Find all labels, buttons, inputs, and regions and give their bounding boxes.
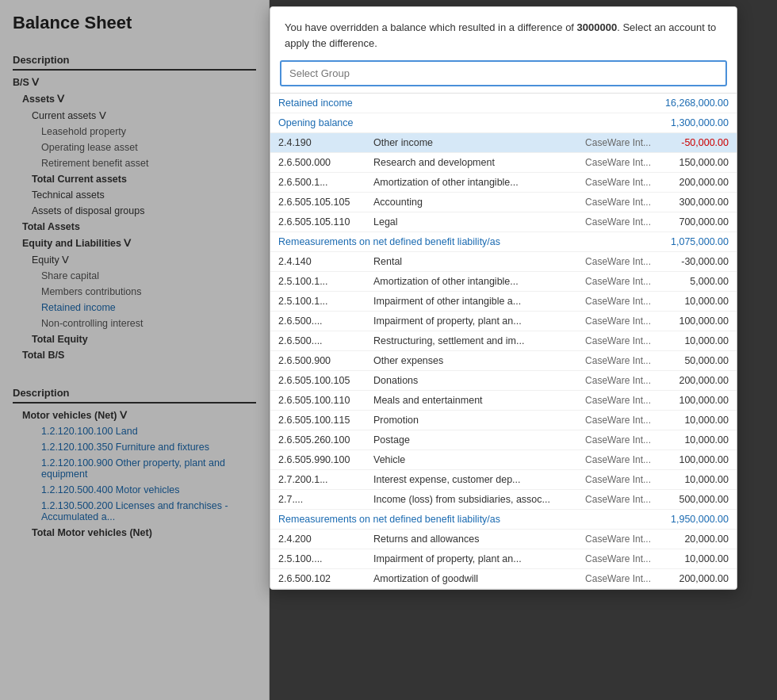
list-item-entity: CaseWare Int... <box>578 375 657 386</box>
list-item-amount: 10,000.00 <box>657 335 729 346</box>
list-item-code: 2.5.100.1... <box>278 276 373 287</box>
list-item-amount: 200,000.00 <box>657 573 729 584</box>
list-item-entity: CaseWare Int... <box>578 216 657 228</box>
list-item-code: 2.4.140 <box>278 256 373 267</box>
list-item-name: Research and development <box>373 157 578 168</box>
list-item-code: 2.4.190 <box>278 137 373 148</box>
list-item-name: Postage <box>373 434 578 446</box>
list-item[interactable]: 2.4.140RentalCaseWare Int...-30,000.00 <box>270 252 737 272</box>
list-item[interactable]: 2.6.505.100.105DonationsCaseWare Int...2… <box>270 371 737 391</box>
list-item[interactable]: 2.6.500.1...Amortization of other intang… <box>270 173 737 193</box>
list-item[interactable]: 2.6.505.105.110LegalCaseWare Int...700,0… <box>270 212 737 232</box>
list-item-entity: CaseWare Int... <box>578 256 657 267</box>
list-item[interactable]: 2.6.500....Impairment of property, plant… <box>270 312 737 331</box>
list-item-name: Donations <box>373 375 578 386</box>
account-list[interactable]: Retained income16,268,000.00Opening bala… <box>270 93 737 589</box>
list-item[interactable]: 2.6.505.100.115PromotionCaseWare Int...1… <box>270 411 737 430</box>
list-item-code: 2.6.505.105.105 <box>278 197 373 208</box>
list-item-amount: 150,000.00 <box>657 157 729 168</box>
list-item-entity: CaseWare Int... <box>578 276 657 287</box>
list-item[interactable]: Opening balance1,300,000.00 <box>270 113 737 133</box>
list-item[interactable]: Remeasurements on net defined benefit li… <box>270 232 737 252</box>
list-item-amount: 1,075,000.00 <box>657 236 729 247</box>
list-item[interactable]: 2.6.500.000Research and developmentCaseW… <box>270 153 737 173</box>
list-item-name: Income (loss) from subsidiaries, assoc..… <box>373 494 578 505</box>
list-item-amount: 10,000.00 <box>657 434 729 446</box>
list-item[interactable]: 2.6.505.105.105AccountingCaseWare Int...… <box>270 193 737 212</box>
list-item-code: 2.4.200 <box>278 534 373 545</box>
list-item-entity: CaseWare Int... <box>578 395 657 406</box>
list-item-entity: CaseWare Int... <box>578 316 657 327</box>
list-item[interactable]: 2.6.500....Restructuring, settlement and… <box>270 331 737 351</box>
list-item[interactable]: 2.7....Income (loss) from subsidiaries, … <box>270 490 737 510</box>
search-box-container[interactable] <box>270 60 737 93</box>
list-item-amount: 10,000.00 <box>657 553 729 564</box>
list-item-name: Remeasurements on net defined benefit li… <box>278 514 657 525</box>
list-item[interactable]: 2.5.100.1...Impairment of other intangib… <box>270 292 737 312</box>
search-input[interactable] <box>280 60 727 86</box>
list-item[interactable]: 2.4.190Other incomeCaseWare Int...-50,00… <box>270 133 737 153</box>
list-item-amount: 100,000.00 <box>657 395 729 406</box>
list-item-amount: 10,000.00 <box>657 296 729 307</box>
list-item[interactable]: Remeasurements on net defined benefit li… <box>270 510 737 530</box>
list-item-name: Vehicle <box>373 454 578 465</box>
list-item-code: 2.5.100.1... <box>278 296 373 307</box>
list-item-amount: 200,000.00 <box>657 375 729 386</box>
list-item[interactable]: 2.5.100....Impairment of property, plant… <box>270 549 737 569</box>
list-item[interactable]: 2.4.200Returns and allowancesCaseWare In… <box>270 530 737 549</box>
list-item-entity: CaseWare Int... <box>578 157 657 168</box>
list-item-name: Amortization of other intangible... <box>373 177 578 188</box>
list-item-code: 2.6.500.... <box>278 335 373 346</box>
list-item[interactable]: Retained income16,268,000.00 <box>270 94 737 113</box>
list-item-name: Meals and entertainment <box>373 395 578 406</box>
list-item-entity: CaseWare Int... <box>578 177 657 188</box>
list-item-amount: 10,000.00 <box>657 474 729 485</box>
list-item[interactable]: 2.6.505.100.110Meals and entertainmentCa… <box>270 391 737 411</box>
list-item-name: Retained income <box>278 98 657 109</box>
list-item-name: Remeasurements on net defined benefit li… <box>278 236 657 247</box>
list-item-name: Accounting <box>373 197 578 208</box>
modal-header: You have overridden a balance which resu… <box>270 7 737 60</box>
list-item[interactable]: 2.7.200.1...Interest expense, customer d… <box>270 470 737 490</box>
list-item-entity: CaseWare Int... <box>578 494 657 505</box>
list-item-entity: CaseWare Int... <box>578 415 657 426</box>
list-item-entity: CaseWare Int... <box>578 454 657 465</box>
list-item-amount: 200,000.00 <box>657 177 729 188</box>
list-item-amount: -50,000.00 <box>657 137 729 148</box>
list-item-code: 2.5.100.... <box>278 553 373 564</box>
list-item-entity: CaseWare Int... <box>578 335 657 346</box>
list-item-amount: -30,000.00 <box>657 256 729 267</box>
list-item-entity: CaseWare Int... <box>578 197 657 208</box>
list-item-name: Amortization of other intangible... <box>373 276 578 287</box>
list-item-name: Legal <box>373 216 578 228</box>
list-item[interactable]: 2.6.500.102Amortization of goodwillCaseW… <box>270 569 737 589</box>
modal-message-prefix: You have overridden a balance which resu… <box>285 21 577 33</box>
list-item-name: Impairment of property, plant an... <box>373 553 578 564</box>
list-item-code: 2.6.500.102 <box>278 573 373 584</box>
list-item[interactable]: 2.5.100.1...Amortization of other intang… <box>270 272 737 292</box>
list-item[interactable]: 2.6.505.990.100VehicleCaseWare Int...100… <box>270 450 737 470</box>
list-item-code: 2.6.505.100.115 <box>278 415 373 426</box>
list-item-name: Amortization of goodwill <box>373 573 578 584</box>
list-item-entity: CaseWare Int... <box>578 553 657 564</box>
list-item-amount: 300,000.00 <box>657 197 729 208</box>
list-item-code: 2.6.500.... <box>278 316 373 327</box>
list-item-amount: 5,000.00 <box>657 276 729 287</box>
list-item-amount: 16,268,000.00 <box>657 98 729 109</box>
list-item[interactable]: 2.6.505.260.100PostageCaseWare Int...10,… <box>270 430 737 450</box>
list-item-name: Returns and allowances <box>373 534 578 545</box>
list-item[interactable]: 2.6.500.900Other expensesCaseWare Int...… <box>270 351 737 371</box>
list-item-code: 2.6.500.000 <box>278 157 373 168</box>
list-item-amount: 20,000.00 <box>657 534 729 545</box>
list-item-name: Interest expense, customer dep... <box>373 474 578 485</box>
list-item-entity: CaseWare Int... <box>578 355 657 366</box>
list-item-amount: 1,300,000.00 <box>657 117 729 128</box>
list-item-name: Impairment of other intangible a... <box>373 296 578 307</box>
list-item-code: 2.6.500.1... <box>278 177 373 188</box>
list-item-code: 2.7.... <box>278 494 373 505</box>
list-item-amount: 10,000.00 <box>657 415 729 426</box>
list-item-entity: CaseWare Int... <box>578 434 657 446</box>
list-item-amount: 50,000.00 <box>657 355 729 366</box>
list-item-name: Rental <box>373 256 578 267</box>
list-item-entity: CaseWare Int... <box>578 474 657 485</box>
